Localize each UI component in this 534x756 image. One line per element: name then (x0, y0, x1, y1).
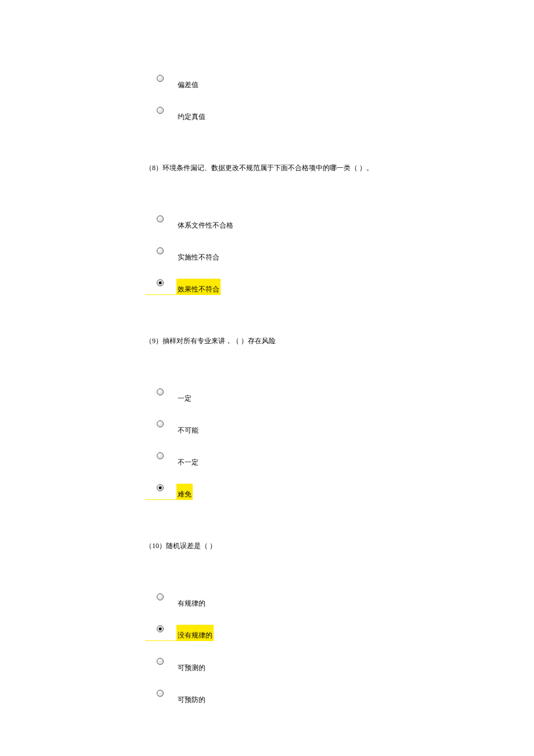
option-label: 难免 (176, 484, 193, 499)
q8-prompt: （8）环境条件漏记、数据更改不规范属于下面不合格项中的哪一类（ ）。 (145, 163, 534, 173)
radio-icon (157, 75, 164, 82)
option-label: 约定真值 (178, 106, 205, 122)
option-label: 实施性不符合 (178, 247, 219, 262)
option-label: 不一定 (178, 452, 199, 467)
q10-prompt: （10）随机误差是（ ） (145, 541, 534, 551)
radio-icon (157, 625, 164, 632)
radio-icon (157, 247, 164, 254)
radio-icon (157, 388, 164, 395)
quiz-content: 偏差值 约定真值 （8）环境条件漏记、数据更改不规范属于下面不合格项中的哪一类（… (0, 0, 534, 705)
q7-option-2[interactable]: 约定真值 (145, 106, 534, 122)
q9-option-3[interactable]: 不一定 (145, 452, 534, 467)
q8-option-1[interactable]: 体系文件性不合格 (145, 215, 534, 231)
radio-icon (157, 215, 164, 222)
radio-icon (157, 420, 164, 427)
q7-option-1[interactable]: 偏差值 (145, 74, 534, 90)
radio-icon (157, 107, 164, 114)
radio-icon (157, 484, 164, 491)
q10-option-1[interactable]: 有规律的 (145, 593, 534, 609)
q9-option-1[interactable]: 一定 (145, 388, 534, 404)
option-label: 可预防的 (178, 689, 205, 705)
option-label: 效果性不符合 (176, 279, 221, 294)
radio-icon (157, 593, 164, 600)
option-label: 有规律的 (178, 593, 205, 609)
q8-option-3[interactable]: 效果性不符合 (145, 279, 221, 295)
q10-option-2[interactable]: 没有规律的 (145, 625, 214, 641)
q9-option-2[interactable]: 不可能 (145, 420, 534, 435)
q10-option-4[interactable]: 可预防的 (145, 689, 534, 705)
q8-option-2[interactable]: 实施性不符合 (145, 247, 534, 262)
option-label: 没有规律的 (176, 625, 214, 640)
q9-option-4[interactable]: 难免 (145, 484, 193, 500)
radio-icon (157, 658, 164, 665)
radio-icon (157, 279, 164, 286)
radio-icon (157, 452, 164, 459)
option-label: 偏差值 (178, 74, 199, 90)
option-label: 可预测的 (178, 657, 205, 673)
option-label: 一定 (178, 388, 192, 404)
radio-icon (157, 690, 164, 697)
option-label: 体系文件性不合格 (178, 215, 233, 231)
q10-option-3[interactable]: 可预测的 (145, 657, 534, 673)
option-label: 不可能 (178, 420, 199, 435)
q9-prompt: （9）抽样对所有专业来讲，（ ）存在风险 (145, 336, 534, 346)
